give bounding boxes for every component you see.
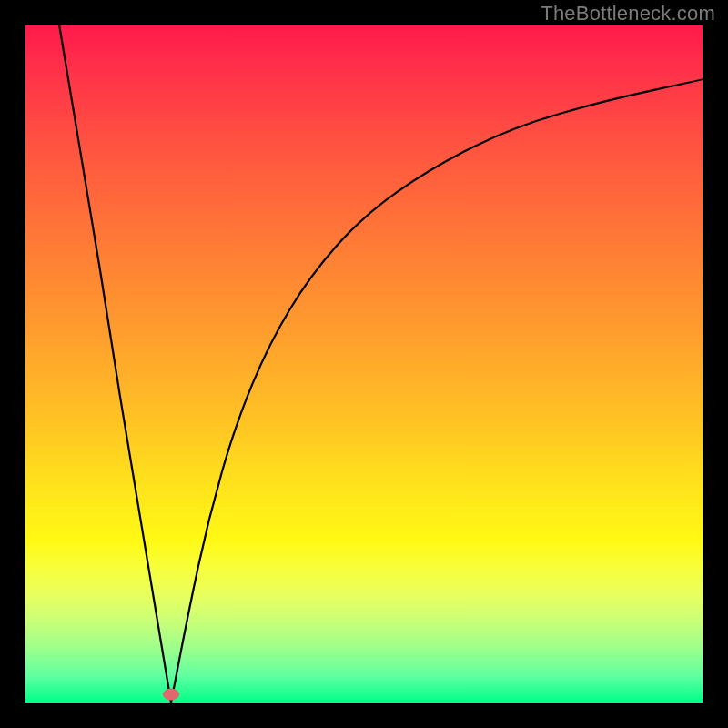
chart-frame: TheBottleneck.com [0, 0, 728, 728]
minimum-marker [163, 689, 179, 701]
curve-path [59, 25, 703, 703]
bottleneck-curve [25, 25, 703, 703]
plot-area [25, 25, 703, 703]
watermark-text: TheBottleneck.com [541, 2, 715, 25]
